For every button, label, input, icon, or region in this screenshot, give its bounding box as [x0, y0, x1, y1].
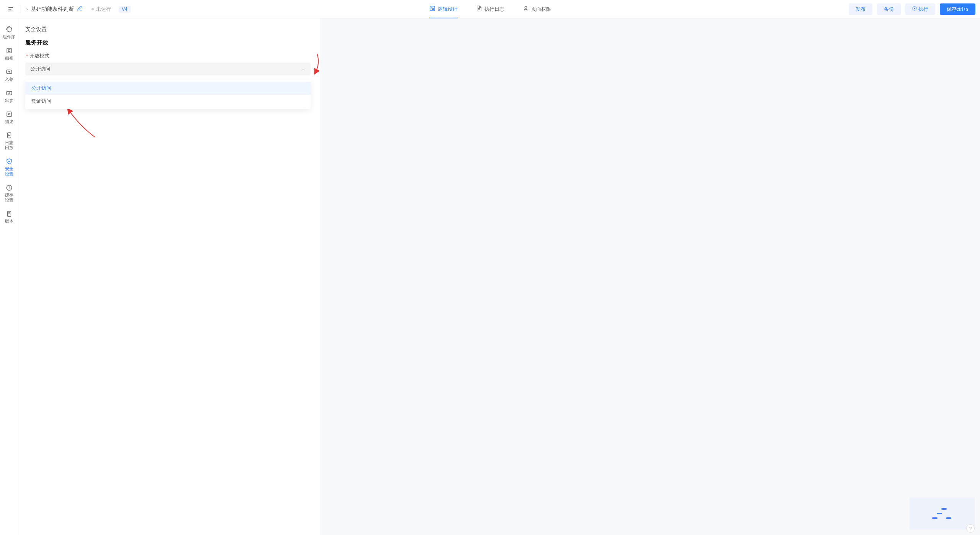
sidebar-item-description[interactable]: 描述 — [0, 108, 18, 127]
menu-toggle-button[interactable] — [5, 3, 17, 15]
svg-rect-5 — [432, 9, 434, 10]
svg-rect-12 — [8, 50, 10, 52]
form-label-open-mode: * 开放模式 — [26, 53, 319, 59]
sidebar-item-canvas[interactable]: 画布 — [0, 44, 18, 64]
log-icon — [476, 5, 482, 13]
svg-rect-4 — [431, 7, 432, 8]
select-value: 公开访问 — [30, 66, 50, 72]
header-actions: 发布 备份 执行 保存ctrl+s — [849, 3, 975, 15]
permission-icon — [523, 5, 529, 13]
header-left: › 基础功能条件判断 未运行 V4 — [5, 3, 131, 15]
cache-icon — [6, 184, 13, 191]
section-subtitle: 服务开放 — [25, 39, 319, 46]
edit-icon[interactable] — [77, 6, 82, 12]
section-title: 安全设置 — [25, 26, 319, 33]
breadcrumb-title: 基础功能条件判断 — [31, 6, 74, 13]
input-icon — [6, 68, 13, 75]
puzzle-icon — [6, 26, 13, 33]
version-icon — [6, 210, 13, 217]
version-badge[interactable]: V4 — [119, 6, 131, 13]
settings-panel: 安全设置 服务开放 * 开放模式 公开访问 ︿ 公开访问 — [18, 18, 319, 535]
shield-icon — [6, 158, 13, 165]
tab-logic-design[interactable]: 逻辑设计 — [429, 0, 458, 18]
canvas-panel[interactable]: ? — [320, 18, 980, 535]
sidebar-item-version[interactable]: 版本 — [0, 207, 18, 227]
header-tabs: 逻辑设计 执行日志 页面权限 — [429, 0, 551, 18]
sidebar-item-components[interactable]: 组件库 — [0, 23, 18, 43]
sidebar-item-label: 描述 — [5, 119, 13, 124]
form-label-text: 开放模式 — [29, 53, 49, 59]
top-header: › 基础功能条件判断 未运行 V4 逻辑设计 — [0, 0, 980, 18]
sidebar-item-input-params[interactable]: 入参 — [0, 65, 18, 85]
sidebar-item-label: 组件库 — [3, 34, 15, 39]
tab-page-permission[interactable]: 页面权限 — [523, 0, 551, 18]
minimap[interactable] — [910, 497, 975, 530]
chevron-up-icon: ︿ — [301, 66, 306, 72]
status-dot-icon — [92, 8, 94, 10]
sidebar-item-label: 画布 — [5, 56, 13, 61]
svg-point-8 — [525, 7, 527, 8]
dropdown-option-credential[interactable]: 凭证访问 — [25, 95, 311, 108]
sidebar-item-cache[interactable]: 缓存 设置 — [0, 181, 18, 206]
canvas-icon — [6, 47, 13, 54]
breadcrumb: › 基础功能条件判断 — [26, 6, 82, 13]
main-area: 安全设置 服务开放 * 开放模式 公开访问 ︿ 公开访问 — [18, 18, 980, 535]
left-sidebar: 组件库 画布 入参 出参 描述 日志 回放 — [0, 18, 18, 535]
sidebar-item-security[interactable]: 安全 设置 — [0, 155, 18, 179]
annotation-arrow-bottom — [64, 107, 99, 142]
status-text: 未运行 — [96, 6, 111, 13]
sidebar-item-label: 缓存 设置 — [5, 193, 13, 203]
svg-rect-15 — [7, 112, 11, 117]
dropdown-option-label: 公开访问 — [31, 85, 51, 91]
tab-run-log[interactable]: 执行日志 — [476, 0, 504, 18]
svg-rect-11 — [7, 48, 11, 53]
tab-label: 页面权限 — [531, 6, 551, 13]
save-button[interactable]: 保存ctrl+s — [940, 3, 975, 15]
replay-icon — [6, 132, 13, 139]
sidebar-item-label: 出参 — [5, 98, 13, 103]
help-button[interactable]: ? — [966, 524, 975, 533]
publish-button[interactable]: 发布 — [849, 3, 872, 15]
backup-button[interactable]: 备份 — [877, 3, 901, 15]
sidebar-item-label: 安全 设置 — [5, 166, 13, 176]
sidebar-item-output-params[interactable]: 出参 — [0, 87, 18, 106]
menu-toggle-icon — [7, 6, 14, 13]
execute-button[interactable]: 执行 — [905, 3, 935, 15]
question-icon: ? — [969, 526, 972, 532]
tab-label: 执行日志 — [484, 6, 504, 13]
divider — [20, 5, 20, 13]
dropdown-option-label: 凭证访问 — [31, 98, 51, 104]
execute-label: 执行 — [918, 6, 928, 13]
run-status: 未运行 — [92, 6, 111, 13]
output-icon — [6, 90, 13, 97]
required-star-icon: * — [26, 53, 28, 59]
svg-marker-10 — [914, 8, 915, 9]
tab-label: 逻辑设计 — [438, 6, 458, 13]
description-icon — [6, 111, 13, 118]
dropdown-option-public[interactable]: 公开访问 — [25, 82, 311, 95]
sidebar-item-label: 版本 — [5, 219, 13, 224]
open-mode-dropdown: 公开访问 凭证访问 — [25, 80, 311, 109]
chevron-right-icon: › — [26, 7, 28, 12]
open-mode-select-wrap: 公开访问 ︿ 公开访问 凭证访问 — [25, 62, 319, 75]
sidebar-item-label: 入参 — [5, 77, 13, 82]
sidebar-item-label: 日志 回放 — [5, 140, 13, 150]
design-icon — [429, 5, 435, 13]
minimap-content-icon — [931, 506, 954, 521]
open-mode-select[interactable]: 公开访问 ︿ — [25, 62, 311, 75]
play-icon — [912, 6, 917, 12]
sidebar-item-log-replay[interactable]: 日志 回放 — [0, 129, 18, 153]
